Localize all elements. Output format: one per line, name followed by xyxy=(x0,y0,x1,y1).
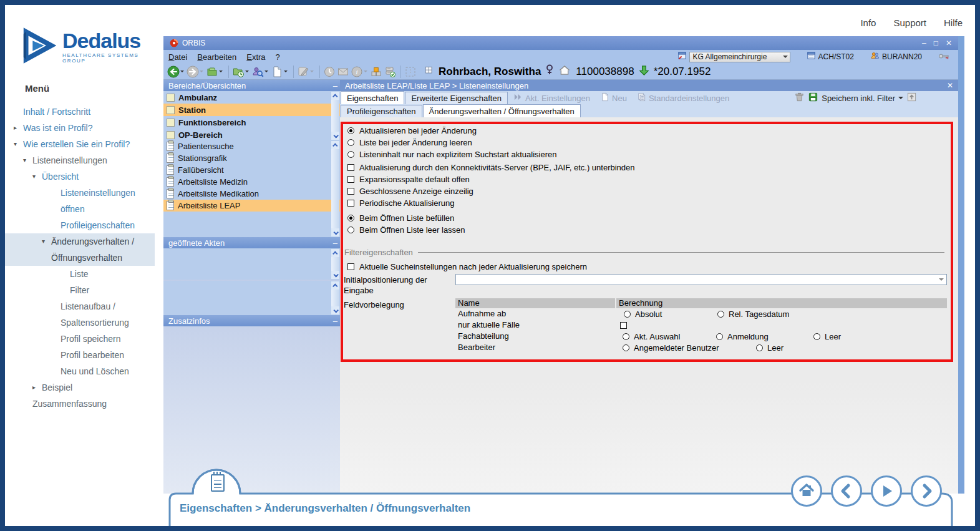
area-item[interactable]: Funktionsbereich xyxy=(163,116,340,129)
workplace-label[interactable]: ACH/ST02 xyxy=(818,52,854,61)
patient-search-icon[interactable] xyxy=(251,66,269,78)
support-link[interactable]: Support xyxy=(893,17,926,28)
checkbox[interactable] xyxy=(347,188,354,195)
back-icon[interactable] xyxy=(167,66,185,78)
radio-button[interactable] xyxy=(813,333,820,340)
sidebar-item[interactable]: ▸Was ist ein Profil? xyxy=(5,120,155,136)
checkbox[interactable] xyxy=(347,200,354,207)
close-button[interactable]: ✕ xyxy=(946,39,952,47)
cube-icon[interactable] xyxy=(370,66,382,78)
scroll-up-button[interactable] xyxy=(331,141,339,149)
scroll-down-button[interactable] xyxy=(331,228,339,236)
sidebar-item[interactable]: Profil speichern xyxy=(5,331,155,347)
scroll-down-button[interactable] xyxy=(331,271,339,279)
radio-button[interactable] xyxy=(347,139,354,146)
trash-icon[interactable] xyxy=(794,92,805,105)
view-item[interactable]: Arbeitsliste Medikation xyxy=(163,188,340,200)
radio-button[interactable] xyxy=(624,311,631,318)
scrollbar[interactable] xyxy=(331,141,339,236)
sidebar-item[interactable]: Inhalt / Fortschritt xyxy=(5,104,155,120)
area-item[interactable]: OP-Bereich xyxy=(163,129,340,141)
menu-datei[interactable]: Datei xyxy=(168,52,187,62)
sidebar-item[interactable]: Zusammenfassung xyxy=(5,396,155,412)
chevron-down-icon[interactable] xyxy=(264,71,268,74)
checkbox[interactable] xyxy=(620,322,627,329)
forward-button[interactable] xyxy=(911,475,942,507)
info-link[interactable]: Info xyxy=(860,17,876,28)
radio-button[interactable] xyxy=(347,127,354,134)
help-link[interactable]: Hilfe xyxy=(944,17,963,28)
radio-button[interactable] xyxy=(347,227,354,233)
scroll-up-button[interactable] xyxy=(331,92,339,100)
chevron-down-icon[interactable] xyxy=(219,71,223,74)
radio-button[interactable] xyxy=(347,215,354,222)
sidebar-item[interactable]: ▸Beispiel xyxy=(5,379,155,396)
close-icon[interactable]: ✕ xyxy=(947,81,953,90)
view-item[interactable]: Arbeitsliste LEAP xyxy=(163,200,340,212)
radio-button[interactable] xyxy=(717,311,724,318)
minimize-button[interactable]: – xyxy=(922,39,926,47)
chevron-down-icon[interactable] xyxy=(898,97,903,102)
sidebar-item[interactable]: Listenaufbau / Spaltensortierung xyxy=(5,298,155,331)
scroll-down-button[interactable] xyxy=(331,306,339,314)
view-item[interactable]: Fallübersicht xyxy=(163,164,340,176)
sidebar-item[interactable]: Profil bearbeiten xyxy=(5,347,155,363)
initial-position-select[interactable] xyxy=(455,274,947,285)
server-check-icon[interactable] xyxy=(384,66,396,78)
sidebar-item[interactable]: Filter xyxy=(5,282,155,298)
chevron-down-icon[interactable] xyxy=(284,71,288,74)
sidebar-item[interactable]: ▾Listeneinstellungen xyxy=(5,152,155,168)
menu-bearbeiten[interactable]: Bearbeiten xyxy=(197,52,236,62)
scroll-down-button[interactable] xyxy=(331,132,339,140)
sidebar-item[interactable]: Neu und Löschen xyxy=(5,363,155,379)
radio-button[interactable] xyxy=(623,333,629,340)
radio-button[interactable] xyxy=(347,151,354,158)
area-item[interactable]: Station xyxy=(163,104,340,116)
back-button[interactable] xyxy=(831,475,862,507)
play-button[interactable] xyxy=(871,475,902,507)
checkbox[interactable] xyxy=(347,164,354,171)
checkbox[interactable] xyxy=(347,263,354,270)
chevron-down-icon[interactable] xyxy=(180,71,184,74)
chevron-down-icon[interactable] xyxy=(245,71,249,74)
user-label[interactable]: BURANN20 xyxy=(882,52,922,61)
scroll-up-button[interactable] xyxy=(331,281,339,290)
arrow-down-green-icon[interactable] xyxy=(639,65,649,79)
save-disk-icon[interactable] xyxy=(808,92,818,105)
menu-[interactable]: ? xyxy=(276,52,280,62)
maximize-button[interactable]: □ xyxy=(934,39,938,47)
radio-button[interactable] xyxy=(716,333,723,340)
department-select[interactable]: KG Allgemeinchirurgie xyxy=(689,52,790,62)
sidebar-item[interactable]: ▾Übersicht xyxy=(5,168,155,185)
home-button[interactable] xyxy=(791,475,822,507)
view-item[interactable]: Arbeitsliste Medizin xyxy=(163,176,340,188)
collapse-button[interactable]: – xyxy=(333,316,337,326)
radio-button[interactable] xyxy=(756,344,763,351)
scrollbar[interactable] xyxy=(331,249,339,279)
new-document-icon[interactable] xyxy=(271,66,289,78)
collapse-button[interactable]: – xyxy=(333,81,337,90)
open-folder-icon[interactable] xyxy=(206,66,224,78)
sidebar-item[interactable]: ▾Wie erstellen Sie ein Profil? xyxy=(5,136,155,152)
view-item[interactable]: Stationsgrafik xyxy=(163,152,340,164)
upload-icon[interactable] xyxy=(906,92,917,105)
scroll-up-button[interactable] xyxy=(331,249,339,257)
tab-eigenschaften[interactable]: Eigenschaften xyxy=(341,91,404,104)
menu-extra[interactable]: Extra xyxy=(246,52,265,62)
folder-clock-icon[interactable] xyxy=(232,66,250,78)
scrollbar[interactable] xyxy=(331,281,339,314)
scrollbar[interactable] xyxy=(331,92,339,140)
view-item[interactable]: Patientensuche xyxy=(163,140,340,152)
sidebar-item[interactable]: Profileigenschaften xyxy=(5,217,155,233)
sidebar-item[interactable]: Listeneinstellungen xyxy=(5,185,155,201)
key-icon[interactable] xyxy=(938,52,949,62)
tab-erweiterteeigenschaften[interactable]: Erweiterte Eigenschaften xyxy=(405,92,508,104)
radio-button[interactable] xyxy=(623,344,629,351)
sidebar-item[interactable]: öffnen xyxy=(5,201,155,217)
sidebar-item[interactable]: Liste xyxy=(5,266,155,282)
sidebar-item[interactable]: ▾Änderungsverhalten / Öffnungsverhalten xyxy=(5,233,155,266)
checkbox[interactable] xyxy=(347,176,354,183)
grid-icon[interactable] xyxy=(424,66,434,78)
selection-icon[interactable] xyxy=(404,66,417,78)
tab-nderungsverhaltenffnungsverhalten[interactable]: Änderungsverhalten / Öffnungsverhalten xyxy=(423,104,581,117)
